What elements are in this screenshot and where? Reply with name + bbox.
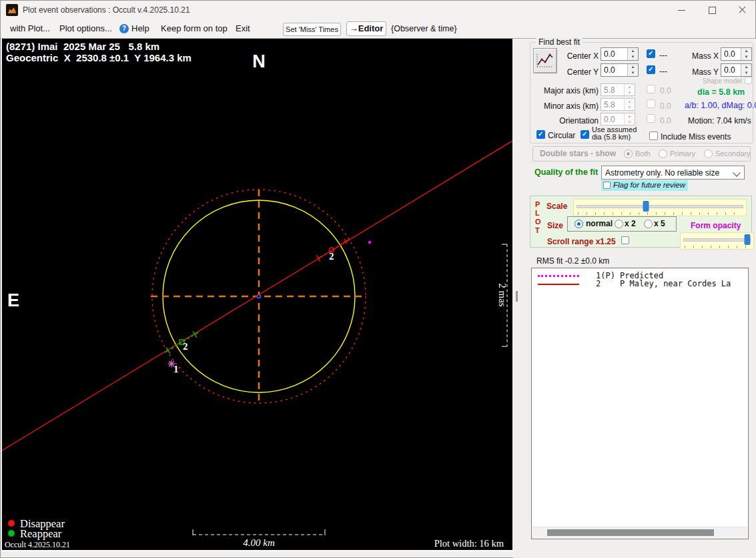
use-assumed-label-2: dia (5.8 km) — [592, 133, 631, 141]
legend-reappear-dot — [8, 530, 15, 537]
mass-y-label: Mass Y — [685, 67, 719, 77]
scale-slider-thumb[interactable] — [643, 201, 649, 212]
menu-keep-on-top[interactable]: Keep form on top — [161, 19, 228, 38]
quality-of-fit-dropdown[interactable]: Astrometry only. No reliable size — [601, 166, 745, 180]
find-best-fit-group: Find best fit Center X 0.0 ▲▼ --- Mass X… — [530, 42, 753, 144]
double-stars-both-radio — [624, 150, 633, 158]
form-opacity-slider[interactable] — [680, 232, 754, 250]
mass-x-input[interactable]: 0.0 ▲▼ — [721, 47, 752, 61]
menu-with-plot[interactable]: with Plot... — [10, 19, 50, 38]
scale-label: Scale — [546, 202, 567, 211]
ab-dmag-value: a/b: 1.00, dMag: 0.00 — [685, 101, 756, 110]
include-miss-checkbox[interactable] — [649, 131, 658, 140]
plot-version-label: Occult 4.2025.10.21 — [5, 540, 70, 549]
maximize-icon — [709, 7, 716, 14]
double-stars-primary-label: Primary — [670, 147, 695, 161]
mass-x-spinner[interactable]: ▲▼ — [741, 48, 751, 60]
minor-axis-input: 5.8 ▲▼ — [601, 98, 635, 111]
double-stars-group: Double stars - show Both Primary Seconda… — [532, 146, 751, 162]
chord-list[interactable]: 1(P) Predicted 2 P Maley, near Cordes La — [531, 268, 749, 539]
form-opacity-label: Form opacity — [691, 221, 741, 230]
plot-controls-panel: P L O T Scale Size normal x 2 x 5 Form o… — [530, 196, 752, 248]
center-x-checkbox[interactable] — [647, 49, 655, 58]
help-icon[interactable]: ? — [119, 24, 129, 33]
close-button[interactable] — [727, 1, 756, 19]
chord-list-row[interactable]: 2 P Maley, near Cordes La — [596, 279, 731, 288]
flag-review-row: Flag for future review — [601, 180, 688, 191]
menu-exit[interactable]: Exit — [236, 19, 250, 38]
mass-x-label: Mass X — [685, 51, 719, 61]
center-y-input[interactable]: 0.0 ▲▼ — [601, 63, 639, 77]
center-y-label: Center Y — [549, 67, 599, 77]
use-assumed-checkbox[interactable] — [581, 130, 589, 139]
chord-list-hscrollbar[interactable] — [532, 527, 747, 538]
center-y-checkbox[interactable] — [647, 65, 655, 74]
major-axis-fit-checkbox — [647, 85, 655, 93]
scroll-range-checkbox[interactable] — [621, 236, 629, 244]
observer-time-label: {Observer & time} — [391, 19, 457, 38]
scale-bar — [193, 529, 325, 535]
orientation-input: 0.0 ▲▼ — [601, 113, 635, 125]
compass-north-label: N — [252, 51, 266, 71]
size-normal-label: normal — [586, 219, 613, 228]
minor-axis-alt: 0.0 — [660, 101, 671, 111]
size-normal-radio[interactable] — [575, 220, 583, 228]
plot-title-line2: Geocentric X 2530.8 ±0.1 Y 1964.3 km — [6, 52, 192, 63]
mass-y-input[interactable]: 0.0 ▲▼ — [721, 63, 752, 77]
scale-bar-label: 4.00 km — [243, 537, 275, 548]
size-label: Size — [547, 221, 563, 230]
orientation-label: Orientation — [540, 116, 599, 125]
size-x2-label: x 2 — [625, 219, 636, 228]
plot-letter-l: L — [535, 209, 540, 217]
control-panel: Find best fit Center X 0.0 ▲▼ --- Mass X… — [513, 39, 756, 558]
app-window: Plot event observations : Occult v.4.202… — [0, 0, 756, 558]
minimize-icon — [678, 10, 685, 11]
rms-fit-label: RMS fit -0.2 ±0.0 km — [536, 256, 609, 266]
double-stars-label: Double stars - show — [540, 147, 616, 161]
legend-disappear-dot — [8, 520, 15, 527]
compass-east-label: E — [7, 290, 19, 310]
minor-axis-label: Minor axis (km) — [540, 101, 599, 111]
maximize-button[interactable] — [697, 1, 727, 19]
dia-value: dia = 5.8 km — [697, 87, 745, 97]
mass-y-spinner[interactable]: ▲▼ — [741, 64, 751, 76]
occultation-plot-canvas[interactable]: (8271) Imai 2025 Mar 25 5.8 km Geocentri… — [2, 39, 514, 551]
double-stars-both-label: Both — [635, 147, 651, 161]
minimize-button[interactable] — [667, 1, 697, 19]
title-bar: Plot event observations : Occult v.4.202… — [1, 1, 755, 19]
menu-help[interactable]: Help — [131, 19, 149, 38]
orientation-alt: 0.0 — [660, 116, 671, 125]
size-x5-label: x 5 — [654, 219, 665, 228]
scale-slider[interactable] — [573, 199, 747, 216]
size-radio-group: normal x 2 x 5 — [567, 216, 677, 232]
form-opacity-slider-thumb[interactable] — [745, 234, 751, 245]
shape-model-checkbox[interactable] — [745, 77, 752, 84]
scroll-range-label: Scroll range x1.25 — [547, 237, 616, 246]
chord-1-label: 1 — [173, 364, 179, 374]
quality-of-fit-label: Quality of the fit — [534, 168, 598, 177]
chord-2-reappear-label: 2 — [183, 341, 188, 352]
size-x5-radio[interactable] — [644, 220, 653, 228]
hscrollbar-thumb[interactable] — [547, 529, 714, 536]
double-stars-primary-radio — [659, 150, 667, 158]
window-title: Plot event observations : Occult v.4.202… — [23, 1, 190, 19]
center-x-input[interactable]: 0.0 ▲▼ — [601, 47, 639, 61]
center-y-spinner[interactable]: ▲▼ — [627, 64, 638, 76]
plot-letter-p: P — [535, 200, 540, 208]
chord-2-disappear-label: 2 — [329, 251, 334, 262]
center-x-spinner[interactable]: ▲▼ — [627, 48, 638, 60]
app-logo-icon — [6, 4, 18, 16]
flag-review-checkbox[interactable] — [603, 182, 611, 189]
size-x2-radio[interactable] — [615, 220, 623, 228]
plot-letter-o: O — [535, 218, 541, 226]
circular-checkbox[interactable] — [536, 130, 545, 139]
motion-value: Motion: 7.04 km/s — [688, 116, 751, 125]
orientation-fit-checkbox — [647, 114, 655, 123]
set-miss-times-button[interactable]: Set 'Miss' Times — [283, 23, 341, 36]
editor-button[interactable]: →Editor — [346, 21, 386, 36]
flag-review-label: Flag for future review — [613, 181, 685, 189]
splitter-grip[interactable] — [516, 291, 518, 302]
menu-plot-options[interactable]: Plot options... — [59, 19, 112, 38]
menu-bar: with Plot... Plot options... ? Help Keep… — [1, 19, 755, 39]
plot-title-line1: (8271) Imai 2025 Mar 25 5.8 km — [6, 41, 159, 52]
